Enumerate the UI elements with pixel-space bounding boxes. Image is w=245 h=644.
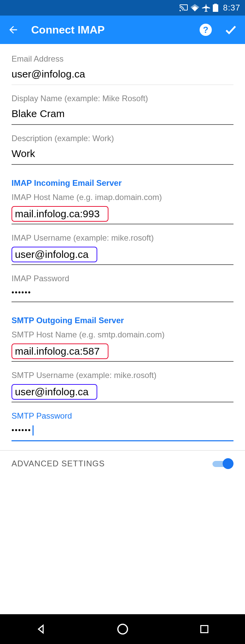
- svg-point-0: [118, 624, 127, 634]
- imap-host-field-group: IMAP Host Name (e.g. imap.domain.com) ma…: [12, 193, 233, 224]
- imap-user-value: user@infolog.ca: [12, 247, 97, 262]
- nav-home-button[interactable]: [116, 622, 129, 636]
- nav-recent-button[interactable]: [198, 622, 211, 636]
- nav-back-button[interactable]: [34, 622, 48, 636]
- imap-host-value: mail.infolog.ca:993: [12, 206, 108, 222]
- cast-icon: [180, 4, 188, 11]
- email-input[interactable]: user@infolog.ca: [12, 68, 233, 85]
- imap-section-header: IMAP Incoming Email Server: [12, 178, 233, 188]
- smtp-host-input[interactable]: mail.infolog.ca:587: [12, 343, 233, 362]
- confirm-button[interactable]: [224, 23, 238, 37]
- smtp-host-value: mail.infolog.ca:587: [12, 343, 108, 359]
- smtp-user-field-group: SMTP Username (example: mike.rosoft) use…: [12, 371, 233, 402]
- imap-password-input[interactable]: ••••••: [12, 287, 233, 302]
- status-bar: 8:37: [0, 0, 245, 16]
- email-field-group: Email Address user@infolog.ca: [12, 54, 233, 85]
- text-cursor: [33, 425, 34, 436]
- smtp-password-value: ••••••: [12, 426, 31, 434]
- advanced-settings-toggle[interactable]: [212, 458, 233, 470]
- smtp-host-label: SMTP Host Name (e.g. smtp.domain.com): [12, 330, 233, 339]
- smtp-password-input[interactable]: ••••••: [12, 425, 233, 441]
- back-button[interactable]: [7, 24, 21, 36]
- display-name-field-group: Display Name (example: Mike Rosoft) Blak…: [12, 94, 233, 125]
- smtp-section-header: SMTP Outgoing Email Server: [12, 316, 233, 325]
- imap-password-label: IMAP Password: [12, 274, 233, 283]
- battery-icon: [213, 4, 218, 12]
- svg-rect-1: [201, 626, 208, 633]
- imap-password-field-group: IMAP Password ••••••: [12, 274, 233, 302]
- status-time: 8:37: [223, 3, 240, 13]
- form-content: Email Address user@infolog.ca Display Na…: [0, 44, 245, 477]
- smtp-user-input[interactable]: user@infolog.ca: [12, 384, 233, 402]
- navigation-bar: [0, 614, 245, 644]
- advanced-settings-label: ADVANCED SETTINGS: [12, 459, 105, 468]
- help-button[interactable]: ?: [200, 24, 212, 36]
- smtp-user-value: user@infolog.ca: [12, 384, 97, 400]
- imap-user-label: IMAP Username (example: mike.rosoft): [12, 233, 233, 243]
- imap-user-input[interactable]: user@infolog.ca: [12, 247, 233, 265]
- description-input[interactable]: Work: [12, 147, 233, 165]
- smtp-password-field-group: SMTP Password ••••••: [12, 411, 233, 441]
- email-label: Email Address: [12, 54, 233, 64]
- imap-user-field-group: IMAP Username (example: mike.rosoft) use…: [12, 233, 233, 265]
- airplane-icon: [202, 4, 210, 12]
- smtp-user-label: SMTP Username (example: mike.rosoft): [12, 371, 233, 380]
- description-field-group: Description (example: Work) Work: [12, 134, 233, 165]
- imap-host-label: IMAP Host Name (e.g. imap.domain.com): [12, 193, 233, 202]
- display-name-input[interactable]: Blake Cram: [12, 107, 233, 125]
- imap-host-input[interactable]: mail.infolog.ca:993: [12, 206, 233, 224]
- description-label: Description (example: Work): [12, 134, 233, 143]
- wifi-icon: [190, 4, 199, 12]
- display-name-label: Display Name (example: Mike Rosoft): [12, 94, 233, 103]
- smtp-host-field-group: SMTP Host Name (e.g. smtp.domain.com) ma…: [12, 330, 233, 362]
- smtp-password-label: SMTP Password: [12, 411, 233, 421]
- advanced-settings-row[interactable]: ADVANCED SETTINGS: [12, 451, 233, 477]
- app-bar: Connect IMAP ?: [0, 16, 245, 44]
- page-title: Connect IMAP: [31, 24, 200, 36]
- toggle-knob: [223, 458, 233, 469]
